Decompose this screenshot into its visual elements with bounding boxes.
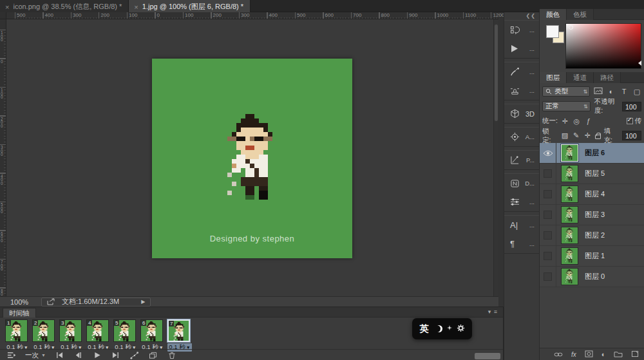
- dock-item-clone-source[interactable]: ...: [504, 81, 539, 100]
- tab-timeline[interactable]: 时间轴: [3, 308, 36, 317]
- filter-pixel-layers-icon[interactable]: [594, 87, 603, 96]
- dock-item-3d[interactable]: 3D: [504, 104, 539, 123]
- new-layer-icon[interactable]: [631, 348, 639, 360]
- dock-item-paths[interactable]: P...: [504, 151, 539, 169]
- play-button[interactable]: [90, 352, 104, 359]
- fill-field[interactable]: 100: [622, 131, 641, 140]
- tab-swatches[interactable]: 色板: [567, 9, 594, 20]
- timeline-frame-4[interactable]: 40.1 秒▼: [86, 319, 111, 352]
- loop-count-dropdown[interactable]: 一次▼: [23, 351, 48, 360]
- foreground-color-swatch[interactable]: [546, 25, 559, 38]
- blend-mode-dropdown[interactable]: 正常 ⇅: [542, 101, 591, 111]
- layer-style-icon[interactable]: fx: [571, 351, 576, 358]
- frame-thumbnail[interactable]: 3: [59, 319, 82, 342]
- frame-thumbnail[interactable]: 7: [167, 319, 190, 342]
- layer-thumbnail[interactable]: [561, 144, 578, 162]
- next-frame-button[interactable]: [109, 352, 123, 359]
- vertical-scrollbar[interactable]: [493, 19, 498, 296]
- layer-thumbnail[interactable]: [561, 165, 578, 182]
- timeline-frame-3[interactable]: 30.1 秒▼: [59, 319, 84, 352]
- frame-thumbnail[interactable]: 4: [86, 319, 109, 342]
- visibility-toggle[interactable]: [540, 205, 556, 225]
- timeline-frame-6[interactable]: 60.1 秒▼: [140, 319, 165, 352]
- frame-thumbnail[interactable]: 5: [113, 319, 136, 342]
- link-layers-icon[interactable]: [554, 348, 563, 360]
- tab-channels[interactable]: 通道: [567, 72, 594, 83]
- tab-layers[interactable]: 图层: [540, 72, 567, 83]
- moon-icon[interactable]: [433, 325, 440, 332]
- layer-name[interactable]: 图层 2: [585, 231, 605, 240]
- new-group-icon[interactable]: [614, 348, 623, 360]
- panel-menu-icon[interactable]: ▾ ≡: [488, 308, 498, 315]
- unify-visibility-icon[interactable]: ◎: [573, 117, 581, 126]
- gear-icon[interactable]: [457, 323, 465, 335]
- filter-kind-dropdown[interactable]: 类型 ⇅: [542, 86, 590, 97]
- frame-thumbnail[interactable]: 1: [5, 319, 28, 342]
- unify-style-icon[interactable]: ƒ: [584, 117, 592, 125]
- tab-paths[interactable]: 路径: [594, 72, 621, 83]
- layer-thumbnail[interactable]: [561, 227, 578, 244]
- layer-row-图层 0[interactable]: 图层 0: [540, 267, 644, 287]
- color-slider-marker[interactable]: [638, 61, 641, 66]
- close-icon[interactable]: ×: [5, 3, 9, 11]
- visibility-toggle[interactable]: [540, 246, 556, 266]
- timeline-frame-2[interactable]: 20.1 秒▼: [32, 319, 57, 352]
- canvas-viewport[interactable]: Designed by stephen: [6, 19, 493, 296]
- layer-thumbnail[interactable]: [561, 185, 578, 203]
- duplicate-frame-button[interactable]: [146, 352, 160, 359]
- layer-thumbnail[interactable]: [561, 247, 578, 265]
- lock-position-icon[interactable]: ✛: [583, 131, 592, 140]
- tween-frames-button[interactable]: [128, 352, 142, 359]
- tab-1-jpg[interactable]: × 1.jpg @ 100% (图层 6, RGB/8) *: [129, 0, 251, 12]
- sparkle-icon[interactable]: [447, 325, 452, 333]
- canvas-image[interactable]: Designed by stephen: [152, 59, 352, 258]
- timeline-frame-7[interactable]: 70.1 秒▼: [167, 319, 192, 352]
- layer-thumbnail[interactable]: [561, 206, 578, 223]
- lock-pixels-icon[interactable]: ✎: [572, 131, 580, 140]
- close-icon[interactable]: ×: [134, 3, 138, 11]
- timeline-scrollbar[interactable]: [475, 353, 500, 359]
- visibility-toggle[interactable]: [540, 225, 556, 245]
- visibility-toggle[interactable]: [540, 184, 556, 204]
- layer-mask-icon[interactable]: [585, 348, 593, 360]
- layer-row-图层 2[interactable]: 图层 2: [540, 225, 644, 246]
- visibility-toggle[interactable]: [540, 164, 556, 184]
- layer-row-图层 1[interactable]: 图层 1: [540, 246, 644, 267]
- color-cursor[interactable]: [569, 25, 573, 30]
- zoom-level-field[interactable]: 100%: [10, 298, 37, 306]
- document-info[interactable]: 文档:1.60M/12.3M ▶: [41, 298, 151, 307]
- visibility-toggle[interactable]: [540, 143, 556, 163]
- tab-color[interactable]: 颜色: [540, 9, 567, 20]
- dock-item-adjustments[interactable]: A...: [504, 128, 539, 146]
- layer-name[interactable]: 图层 6: [585, 148, 605, 158]
- dock-item-notes[interactable]: D...: [504, 174, 539, 193]
- filter-adjustment-layers-icon[interactable]: ◐: [607, 88, 616, 95]
- opacity-field[interactable]: 100: [622, 102, 641, 111]
- propagate-checkbox[interactable]: 传: [627, 117, 642, 126]
- timeline-frame-5[interactable]: 50.1 秒▼: [113, 319, 138, 352]
- dock-item-actions[interactable]: ...: [504, 39, 539, 58]
- filter-shape-layers-icon[interactable]: ▢: [632, 88, 641, 96]
- collapse-dock-icon[interactable]: ❮❮: [504, 12, 539, 20]
- color-field[interactable]: [565, 23, 641, 69]
- first-frame-button[interactable]: [53, 352, 67, 359]
- layer-name[interactable]: 图层 3: [585, 210, 605, 220]
- lock-all-icon[interactable]: [595, 135, 601, 139]
- frame-thumbnail[interactable]: 2: [32, 319, 55, 342]
- dock-item-character[interactable]: A| ...: [504, 216, 539, 234]
- timeline-frame-1[interactable]: 10.1 秒▼: [5, 319, 30, 352]
- delete-frame-button[interactable]: [165, 352, 179, 359]
- layer-row-图层 6[interactable]: 图层 6: [540, 143, 644, 164]
- layer-row-图层 3[interactable]: 图层 3: [540, 205, 644, 225]
- layer-name[interactable]: 图层 5: [585, 169, 605, 178]
- layer-name[interactable]: 图层 0: [585, 272, 605, 281]
- ime-language-indicator[interactable]: 英: [420, 323, 429, 335]
- scrollbar-thumb[interactable]: [495, 24, 498, 121]
- layer-row-图层 5[interactable]: 图层 5: [540, 164, 644, 184]
- layer-row-图层 4[interactable]: 图层 4: [540, 184, 644, 205]
- layer-thumbnail[interactable]: [561, 268, 578, 285]
- dock-item-brush-settings[interactable]: ...: [504, 62, 539, 81]
- frame-thumbnail[interactable]: 6: [140, 319, 163, 342]
- tab-icon-png[interactable]: × icon.png @ 38.5% (信息, RGB/8) *: [0, 0, 129, 12]
- status-arrow-icon[interactable]: ▶: [141, 299, 145, 305]
